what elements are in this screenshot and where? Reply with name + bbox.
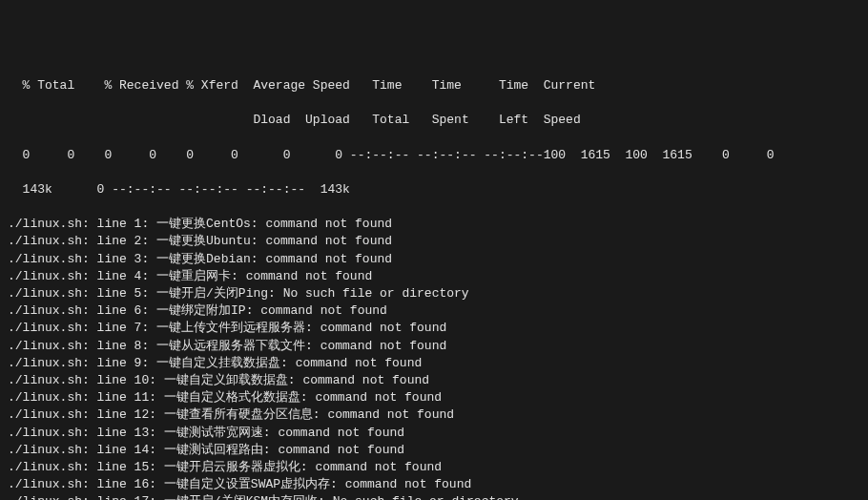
error-line: ./linux.sh: line 16: 一键自定义设置SWAP虚拟内存: co… [8, 476, 860, 493]
error-line: ./linux.sh: line 9: 一键自定义挂载数据盘: command … [8, 355, 860, 372]
error-line: ./linux.sh: line 7: 一键上传文件到远程服务器: comman… [8, 320, 860, 337]
error-line: ./linux.sh: line 8: 一键从远程服务器下载文件: comman… [8, 338, 860, 355]
error-line: ./linux.sh: line 12: 一键查看所有硬盘分区信息: comma… [8, 406, 860, 424]
error-line: ./linux.sh: line 15: 一键开启云服务器虚拟化: comman… [8, 459, 860, 476]
curl-progress-line1: 0 0 0 0 0 0 0 0 --:--:-- --:--:-- --:--:… [8, 147, 860, 164]
error-line: ./linux.sh: line 4: 一键重启网卡: command not … [8, 268, 860, 285]
error-line: ./linux.sh: line 10: 一键自定义卸载数据盘: command… [8, 372, 860, 389]
error-line: ./linux.sh: line 11: 一键自定义格式化数据盘: comman… [8, 389, 860, 406]
error-line: ./linux.sh: line 13: 一键测试带宽网速: command n… [8, 425, 860, 442]
error-line: ./linux.sh: line 1: 一键更换CentOs: command … [8, 216, 860, 233]
error-line: ./linux.sh: line 14: 一键测试回程路由: command n… [8, 442, 860, 459]
error-output: ./linux.sh: line 1: 一键更换CentOs: command … [8, 216, 860, 500]
curl-header-line1: % Total % Received % Xferd Average Speed… [8, 77, 860, 94]
error-line: ./linux.sh: line 5: 一键开启/关闭Ping: No such… [8, 285, 860, 302]
error-line: ./linux.sh: line 2: 一键更换Ubuntu: command … [8, 233, 860, 250]
curl-progress-line2: 143k 0 --:--:-- --:--:-- --:--:-- 143k [8, 181, 860, 198]
error-line: ./linux.sh: line 6: 一键绑定附加IP: command no… [8, 302, 860, 320]
error-line: ./linux.sh: line 3: 一键更换Debian: command … [8, 251, 860, 268]
error-line: ./linux.sh: line 17: 一键开启/关闭KSM内存回收: No … [8, 493, 860, 500]
curl-header-line2: Dload Upload Total Spent Left Speed [8, 112, 860, 129]
